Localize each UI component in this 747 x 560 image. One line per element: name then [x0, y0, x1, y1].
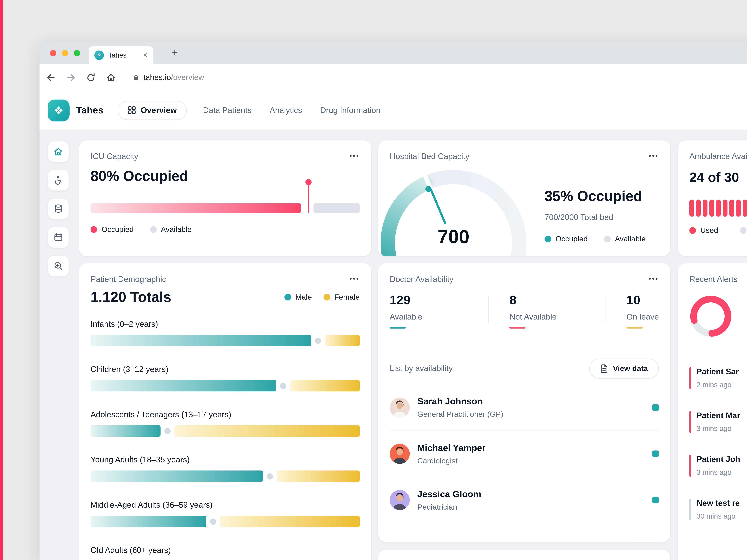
row-label: Old Adults (60+ years) — [91, 546, 360, 555]
male-bar — [91, 516, 206, 527]
close-window-button[interactable] — [50, 50, 56, 56]
ambulance-bar — [709, 199, 714, 217]
ambulance-bar — [729, 199, 734, 217]
icu-progress-bar — [91, 203, 360, 213]
alert-item[interactable]: Patient Mar3 mins ago — [689, 411, 747, 433]
beds-legend: Occupied Available — [544, 235, 646, 243]
doctor-row[interactable]: Jessica Gloom Pediatrician — [390, 477, 659, 523]
alerts-donut-chart — [689, 295, 732, 338]
doctor-stats: 129 Available 8 Not Available 10 On leav… — [390, 293, 659, 329]
list-by-availability-label: List by availability — [390, 364, 453, 373]
doctor-list: Sarah Johnson General Practitioner (GP) … — [390, 384, 659, 523]
legend-label: Female — [334, 293, 360, 301]
bar-divider-dot — [280, 383, 286, 389]
tab-close-icon[interactable]: ✕ — [143, 52, 148, 59]
patient-demographic-card: Patient Demographic ••• 1.120 Totals Mal… — [79, 263, 371, 560]
nav-item-overview[interactable]: Overview — [118, 101, 187, 119]
stat-label: Available — [390, 312, 489, 322]
male-bar — [91, 380, 276, 391]
alert-title: Patient Joh — [697, 455, 740, 464]
nav-item-drug-information[interactable]: Drug Information — [318, 103, 382, 118]
stat-not-available: 8 Not Available — [489, 293, 606, 329]
alert-item[interactable]: New test re30 mins ago — [689, 499, 747, 521]
alert-accent-bar — [689, 367, 691, 389]
row-label: Middle-Aged Adults (36–59 years) — [91, 501, 360, 510]
icu-marker-dot — [305, 179, 312, 185]
database-icon — [53, 204, 63, 214]
available-legend-dot — [150, 226, 157, 233]
card-title: Hospital Bed Capacity — [390, 152, 469, 161]
alert-title: New test re — [697, 499, 740, 508]
reload-icon[interactable] — [86, 72, 96, 83]
card-menu-button[interactable]: ••• — [645, 152, 659, 159]
browser-toolbar: tahes.io/overview — [40, 64, 747, 90]
tahes-logo-icon[interactable]: ❖ — [48, 99, 70, 121]
doctor-specialty: General Practitioner (GP) — [417, 410, 504, 419]
recent-alerts-card: Recent Alerts Patient Sar2 mins ago — [678, 263, 747, 560]
nav-item-analytics[interactable]: Analytics — [268, 103, 304, 118]
icu-capacity-card: ICU Capacity ••• 80% Occupied Occupied A… — [79, 140, 371, 256]
icu-occupied-bar — [91, 203, 301, 213]
card-menu-button[interactable]: ••• — [346, 152, 360, 159]
ambulance-bar — [716, 199, 721, 217]
back-icon[interactable] — [46, 72, 56, 83]
legend-label: Male — [295, 293, 312, 301]
calendar-icon — [53, 232, 63, 242]
icu-headline: 80% Occupied — [91, 168, 360, 184]
doctor-row[interactable]: Sarah Johnson General Practitioner (GP) — [390, 384, 659, 430]
zoom-window-button[interactable] — [74, 50, 80, 56]
main-nav: Overview Data Patients Analytics Drug In… — [118, 101, 382, 119]
beds-headline: 35% Occupied — [544, 188, 642, 204]
sidebar-item-home[interactable] — [48, 141, 69, 162]
alert-item[interactable]: Patient Sar2 mins ago — [689, 367, 747, 389]
bar-divider-dot — [210, 518, 216, 525]
bar-divider-dot — [315, 338, 321, 344]
address-bar[interactable]: tahes.io/overview — [143, 73, 204, 82]
browser-home-icon[interactable] — [106, 72, 116, 83]
nav-label: Overview — [141, 105, 177, 115]
used-legend-dot — [689, 227, 696, 234]
browser-tab[interactable]: ❖ Tahes ✕ — [88, 46, 153, 64]
stat-underline — [390, 327, 406, 328]
new-tab-button[interactable]: + — [167, 45, 182, 60]
avatar — [390, 444, 410, 464]
sidebar-item-patients[interactable] — [48, 169, 69, 191]
alert-list: Patient Sar2 mins ago Patient Mar3 mins … — [689, 367, 747, 521]
doctor-row[interactable]: Michael Yamper Cardiologist — [390, 430, 659, 477]
forward-icon[interactable] — [66, 72, 76, 83]
sidebar-item-search[interactable] — [48, 255, 69, 277]
legend-label: Available — [161, 225, 191, 234]
female-bar — [174, 425, 360, 437]
card-menu-button[interactable]: ••• — [645, 275, 659, 282]
lock-icon[interactable] — [132, 74, 139, 81]
demographic-row: Old Adults (60+ years) — [91, 546, 360, 560]
alert-title: Patient Mar — [697, 411, 740, 421]
tab-title: Tahes — [108, 52, 139, 59]
nav-item-data-patients[interactable]: Data Patients — [201, 103, 254, 118]
ambulance-bar — [736, 199, 741, 217]
sidebar-item-records[interactable] — [48, 198, 69, 219]
bar-divider-dot — [266, 473, 273, 479]
avatar — [390, 397, 410, 418]
available-legend-dot — [604, 236, 611, 242]
home-icon — [53, 147, 63, 157]
view-data-button[interactable]: View data — [590, 358, 659, 379]
stat-on-leave: 10 On leave — [606, 293, 659, 329]
stat-underline — [510, 327, 526, 328]
stat-value: 10 — [626, 293, 659, 308]
tab-favicon-icon: ❖ — [94, 50, 104, 60]
doctor-specialty: Cardiologist — [417, 456, 486, 465]
minimize-window-button[interactable] — [62, 50, 68, 56]
browser-tabstrip: ❖ Tahes ✕ + — [40, 42, 747, 64]
window-controls — [50, 50, 80, 56]
stat-value: 8 — [510, 293, 606, 308]
ambulance-bar — [703, 199, 707, 217]
sidebar-item-schedule[interactable] — [48, 226, 69, 248]
hospital-bed-capacity-card: Hospital Bed Capacity ••• — [378, 140, 670, 256]
card-menu-button[interactable]: ••• — [346, 275, 360, 282]
icu-legend: Occupied Available — [91, 225, 360, 234]
icu-available-bar — [313, 203, 360, 213]
alert-item[interactable]: Patient Joh3 mins ago — [689, 455, 747, 477]
female-bar — [220, 516, 360, 527]
demographic-legend: Male Female — [284, 293, 360, 301]
